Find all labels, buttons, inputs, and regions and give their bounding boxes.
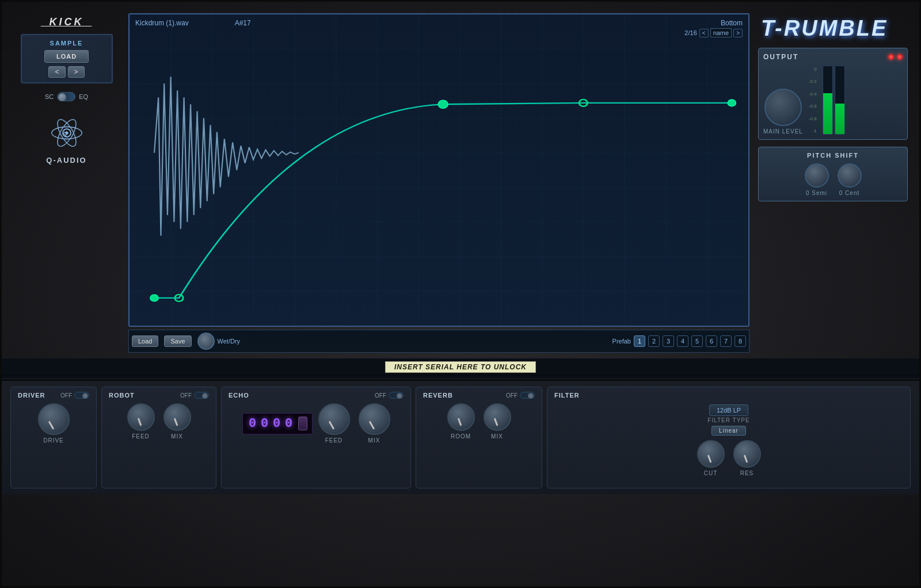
echo-mix-knob-wrap: MIX — [359, 403, 390, 444]
left-panel: _KICK_ SAMPLE LOAD < > SC EQ — [13, 13, 120, 353]
filter-cut-knob[interactable] — [697, 440, 725, 468]
vu-fill-left — [823, 93, 832, 134]
prefab-btn-1[interactable]: 1 — [634, 335, 645, 347]
svg-point-12 — [728, 100, 736, 106]
svg-point-8 — [150, 295, 158, 301]
filter-res-label: RES — [740, 470, 754, 476]
load-button[interactable]: LOAD — [44, 50, 89, 63]
wet-dry-knob[interactable] — [197, 333, 215, 350]
bottom-strip: DRIVER OFF DRIVE ROBOT OFF — [2, 379, 919, 494]
output-title: OUTPUT — [763, 53, 798, 61]
main-container: _KICK_ SAMPLE LOAD < > SC EQ — [0, 0, 921, 588]
waveform-display[interactable]: Kickdrum (1).wav A#17 Bottom 2/16 < name… — [128, 13, 749, 327]
echo-feed-knob-wrap: FEED — [318, 403, 350, 444]
sample-title: SAMPLE — [50, 40, 83, 47]
echo-toggle[interactable] — [389, 392, 404, 399]
main-level-label: MAIN LEVEL — [763, 128, 803, 135]
robot-section: ROBOT OFF FEED MIX — [101, 387, 216, 488]
prefab-btn-5[interactable]: 5 — [691, 335, 703, 347]
nav-buttons: < > — [48, 66, 84, 78]
reverb-mix-knob[interactable] — [484, 403, 511, 431]
robot-mix-knob[interactable] — [163, 403, 191, 431]
filter-cut-label: CUT — [704, 470, 718, 476]
next-name-button[interactable]: > — [733, 29, 743, 37]
wet-dry-label: Wet/Dry — [218, 338, 241, 345]
waveform-load-button[interactable]: Load — [132, 335, 158, 347]
robot-title: ROBOT — [109, 392, 135, 399]
next-sample-button[interactable]: > — [68, 66, 85, 78]
semi-knob-wrap: 0 Semi — [805, 163, 829, 196]
reverb-toggle-row: OFF — [506, 392, 535, 399]
robot-feed-label: FEED — [132, 433, 150, 440]
robot-feed-knob[interactable] — [127, 403, 155, 431]
driver-knobs: DRIVE — [38, 403, 70, 444]
sample-box: SAMPLE LOAD < > — [21, 34, 113, 83]
led-red-2 — [897, 54, 903, 60]
prefab-btn-4[interactable]: 4 — [677, 335, 688, 347]
reverb-room-knob-wrap: ROOM — [447, 403, 475, 440]
robot-knobs: FEED MIX — [127, 403, 191, 440]
prefab-btn-8[interactable]: 8 — [734, 335, 746, 347]
echo-feed-knob[interactable] — [318, 403, 350, 435]
prefab-btn-2[interactable]: 2 — [648, 335, 660, 347]
semi-knob[interactable] — [805, 163, 829, 188]
reverb-room-knob[interactable] — [447, 403, 475, 431]
main-level-knob[interactable] — [764, 89, 802, 126]
echo-switch[interactable] — [298, 417, 307, 430]
wet-dry-knob-wrap: Wet/Dry — [197, 333, 241, 350]
driver-toggle[interactable] — [74, 392, 89, 399]
svg-point-10 — [438, 100, 448, 108]
filter-cut-knob-wrap: CUT — [697, 440, 725, 476]
pitch-knobs: 0 Semi 0 Cent — [763, 163, 903, 196]
sc-label: SC — [45, 93, 54, 100]
filename-label: Kickdrum (1).wav — [135, 19, 189, 27]
echo-digit-1: 0 — [248, 417, 258, 431]
name-field[interactable]: name — [710, 28, 732, 37]
drive-label: DRIVE — [43, 437, 64, 444]
separator — [2, 375, 919, 379]
echo-feed-label: FEED — [325, 437, 343, 444]
pitch-shift-section: PITCH SHIFT 0 Semi 0 Cent — [758, 147, 908, 201]
robot-toggle[interactable] — [194, 392, 209, 399]
filter-header: FILTER — [554, 392, 903, 399]
driver-off-label: OFF — [60, 392, 72, 399]
filter-res-knob[interactable] — [733, 440, 761, 468]
reverb-knobs: ROOM MIX — [447, 403, 511, 440]
echo-knobs: FEED MIX — [318, 403, 390, 444]
linear-button[interactable]: Linear — [711, 426, 746, 436]
filter-type-display: 12dB LP — [709, 404, 748, 416]
prefab-btn-7[interactable]: 7 — [720, 335, 732, 347]
prefab-btn-3[interactable]: 3 — [663, 335, 674, 347]
waveform-save-button[interactable]: Save — [164, 335, 191, 347]
cent-knob-wrap: 0 Cent — [838, 163, 862, 196]
q-audio-logo-icon: Q — [47, 113, 87, 153]
sc-eq-toggle[interactable] — [57, 92, 75, 101]
driver-toggle-row: OFF — [60, 392, 89, 399]
echo-digit-2: 0 — [260, 417, 270, 431]
robot-feed-knob-wrap: FEED — [127, 403, 155, 440]
filter-res-knob-wrap: RES — [733, 440, 761, 476]
led-red-1 — [888, 54, 894, 60]
robot-toggle-row: OFF — [180, 392, 209, 399]
filter-knobs: CUT RES — [697, 440, 761, 476]
filter-inner: 12dB LP FILTER TYPE Linear CUT RES — [554, 403, 903, 476]
logo-container: Q Q-AUDIO — [46, 113, 86, 165]
semi-label: 0 Semi — [806, 190, 827, 196]
echo-digit-4: 0 — [284, 417, 294, 431]
echo-header: ECHO OFF — [229, 392, 404, 399]
reverb-title: REVERB — [423, 392, 453, 399]
prefab-btn-6[interactable]: 6 — [706, 335, 717, 347]
cent-knob[interactable] — [838, 163, 862, 188]
waveform-right-info: Bottom 2/16 < name > — [684, 19, 743, 37]
reverb-toggle[interactable] — [520, 392, 535, 399]
prev-sample-button[interactable]: < — [48, 66, 65, 78]
serial-bar: INSERT SERIAL HERE TO UNLOCK — [2, 358, 919, 375]
drive-knob[interactable] — [38, 403, 70, 435]
prev-name-button[interactable]: < — [699, 29, 709, 37]
name-nav: < name > — [699, 28, 743, 37]
robot-header: ROBOT OFF — [109, 392, 209, 399]
position-label: Bottom — [721, 19, 743, 27]
echo-mix-knob[interactable] — [359, 403, 390, 435]
cent-label: 0 Cent — [839, 190, 859, 196]
driver-title: DRIVER — [18, 392, 45, 399]
